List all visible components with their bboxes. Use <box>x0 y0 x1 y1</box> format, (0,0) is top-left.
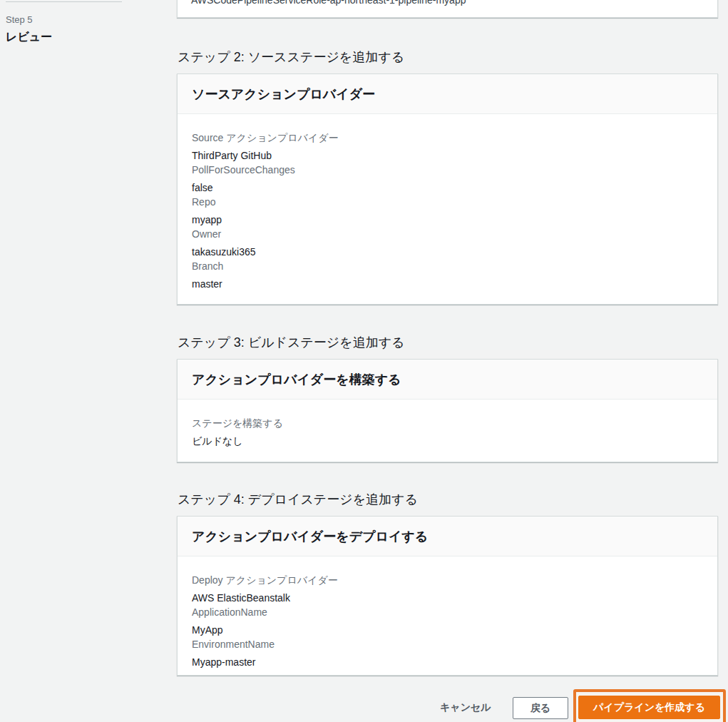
field-value: MyApp <box>192 623 703 637</box>
step-number-label: Step 5 <box>6 14 33 26</box>
sidebar-item-review[interactable]: レビュー <box>6 30 52 44</box>
card-title-source-action-provider: ソースアクションプロバイダー <box>192 86 375 103</box>
back-button[interactable]: 戻る <box>513 697 568 719</box>
field-value: false <box>192 180 703 195</box>
field-label: ApplicationName <box>192 605 703 619</box>
card-body: ステージを構築する ビルドなし <box>178 400 717 448</box>
field-value: master <box>192 277 703 291</box>
field-label: Branch <box>192 259 703 273</box>
service-role-name-text: AWSCodePipelineServiceRole-ap-northeast-… <box>191 0 466 6</box>
field-label: Owner <box>192 227 703 241</box>
wizard-steps-sidebar: Step 5 レビュー <box>0 0 171 722</box>
section-heading-build-stage: ステップ 3: ビルドステージを追加する <box>178 335 405 350</box>
field-value: myapp <box>192 213 703 227</box>
cancel-button[interactable]: キャンセル <box>440 701 491 713</box>
field-label: PollForSourceChanges <box>192 163 703 177</box>
field-value: AWS ElasticBeanstalk <box>192 591 703 605</box>
source-action-provider-card: ソースアクションプロバイダー Source アクションプロバイダー ThirdP… <box>177 73 718 305</box>
field-label: ステージを構築する <box>192 416 703 430</box>
field-value: ビルドなし <box>192 434 703 448</box>
card-header: アクションプロバイダーを構築する <box>178 360 717 400</box>
field-value: Myapp-master <box>192 655 703 669</box>
card-title-deploy-action-provider: アクションプロバイダーをデプロイする <box>192 528 428 545</box>
section-heading-deploy-stage: ステップ 4: デプロイステージを追加する <box>178 492 418 507</box>
review-settings-card-partial: AWSCodePipelineServiceRole-ap-northeast-… <box>177 0 718 18</box>
field-label: Source アクションプロバイダー <box>192 131 703 145</box>
deploy-action-provider-card: アクションプロバイダーをデプロイする Deploy アクションプロバイダー AW… <box>177 516 718 676</box>
field-label: Deploy アクションプロバイダー <box>192 573 703 587</box>
field-label: Repo <box>192 195 703 209</box>
card-body: Source アクションプロバイダー ThirdParty GitHub Pol… <box>178 114 717 291</box>
card-header: アクションプロバイダーをデプロイする <box>178 517 717 556</box>
field-label: EnvironmentName <box>192 637 703 651</box>
card-body: Deploy アクションプロバイダー AWS ElasticBeanstalk … <box>178 556 717 669</box>
field-value: ThirdParty GitHub <box>192 148 703 163</box>
section-heading-source-stage: ステップ 2: ソースステージを追加する <box>178 49 404 65</box>
create-pipeline-button[interactable]: パイプラインを作成する <box>578 696 720 719</box>
build-action-provider-card: アクションプロバイダーを構築する ステージを構築する ビルドなし <box>177 359 718 462</box>
sidebar-step-divider <box>6 1 122 2</box>
field-value: takasuzuki365 <box>192 245 703 259</box>
card-header: ソースアクションプロバイダー <box>178 74 717 114</box>
card-title-build-action-provider: アクションプロバイダーを構築する <box>192 371 401 388</box>
